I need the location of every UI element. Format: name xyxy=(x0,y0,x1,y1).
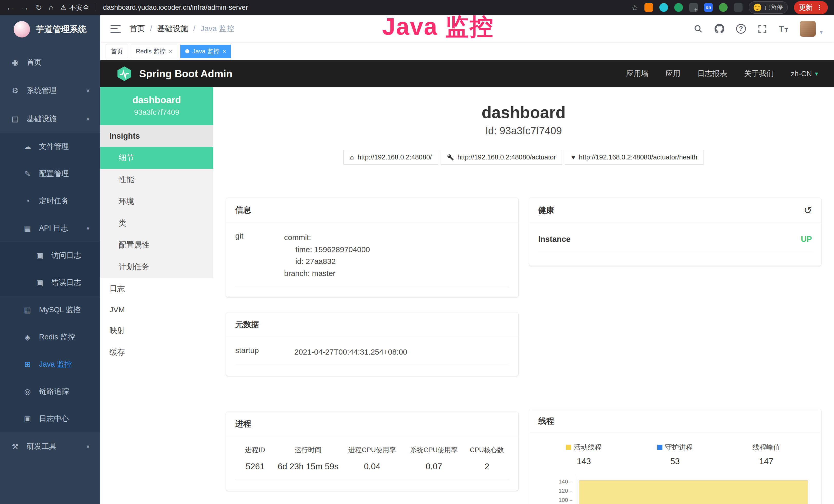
close-icon[interactable]: × xyxy=(222,48,226,55)
sidebar-item-error-log[interactable]: ▣ 错误日志 xyxy=(0,269,100,296)
sba-menu-scheduled-tasks[interactable]: 计划任务 xyxy=(100,256,213,278)
breadcrumb-infrastructure[interactable]: 基础设施 xyxy=(157,23,200,34)
sidebar-item-java-monitor[interactable]: ⊞ Java 监控 xyxy=(0,351,100,378)
reload-icon[interactable]: ↻ xyxy=(36,4,42,12)
actuator-url-link[interactable]: http://192.168.0.2:48080/actuator xyxy=(441,150,562,165)
document-icon: ▤ xyxy=(23,224,32,233)
instance-url-link[interactable]: ⌂ http://192.168.0.2:48080/ xyxy=(344,150,438,165)
instance-name: dashboard xyxy=(110,95,203,106)
git-commit-id: id: 27aa832 xyxy=(284,255,370,268)
sidebar-item-label: API 日志 xyxy=(39,223,68,233)
home-icon[interactable]: ⌂ xyxy=(49,4,54,12)
sidebar-item-config-mgmt[interactable]: ✎ 配置管理 xyxy=(0,160,100,187)
legend-color-swatch xyxy=(566,445,571,450)
hamburger-icon[interactable] xyxy=(110,25,121,33)
tag-redis-monitor[interactable]: Redis 监控 × xyxy=(131,45,177,58)
sidebar-item-log-center[interactable]: ▣ 日志中心 xyxy=(0,405,100,432)
column-header: 系统CPU使用率 xyxy=(403,445,465,455)
sidebar-item-file-mgmt[interactable]: ☁ 文件管理 xyxy=(0,133,100,160)
card-title: 线程 xyxy=(529,409,821,433)
instance-header[interactable]: dashboard 93a3fc7f7409 xyxy=(100,87,213,125)
back-icon[interactable]: ← xyxy=(6,4,14,12)
sba-menu-jvm[interactable]: JVM xyxy=(100,300,213,320)
sidebar-item-mysql-monitor[interactable]: ▦ MySQL 监控 xyxy=(0,296,100,323)
health-url-link[interactable]: ♥ http://192.168.0.2:48080/actuator/heal… xyxy=(565,150,704,165)
git-commit: commit: xyxy=(284,232,370,244)
y-axis-tick: 140 xyxy=(539,478,572,485)
home-icon: ⌂ xyxy=(350,153,354,161)
sidebar-item-trace[interactable]: ◎ 链路追踪 xyxy=(0,378,100,405)
layers-icon: ◈ xyxy=(23,333,32,342)
sidebar-item-home[interactable]: ◉ 首页 xyxy=(0,48,100,76)
peak-threads-value: 147 xyxy=(721,457,812,466)
sidebar-item-devtools[interactable]: ⚒ 研发工具 ∨ xyxy=(0,432,100,461)
tag-label: Java 监控 xyxy=(192,47,219,55)
sba-menu-classes[interactable]: 类 xyxy=(100,212,213,234)
security-indicator[interactable]: ⚠ 不安全 xyxy=(60,3,89,12)
sba-menu-logs[interactable]: 日志 xyxy=(100,278,213,300)
dashboard-icon: ◉ xyxy=(10,58,20,67)
text-size-icon[interactable]: TT xyxy=(779,24,788,33)
sba-menu-caches[interactable]: 缓存 xyxy=(100,342,213,363)
sba-navbar: Spring Boot Admin 应用墙 应用 日志报表 关于我们 zh-CN… xyxy=(100,60,834,87)
process-card: 进程 进程ID 运行时间 进程CPU使用率 系统CPU使用率 CPU核心数 xyxy=(226,412,518,491)
extension-on-badge[interactable]: on xyxy=(704,3,713,12)
sba-nav-about[interactable]: 关于我们 xyxy=(744,69,774,79)
sba-nav-wallboard[interactable]: 应用墙 xyxy=(626,69,649,79)
close-icon[interactable]: × xyxy=(169,48,172,55)
extension-icon[interactable] xyxy=(689,3,698,12)
sidebar-item-access-log[interactable]: ▣ 访问日志 xyxy=(0,242,100,269)
sba-logo-icon[interactable] xyxy=(116,66,133,82)
sidebar-item-infrastructure[interactable]: ▤ 基础设施 ∧ xyxy=(0,105,100,133)
sba-nav-journal[interactable]: 日志报表 xyxy=(697,69,727,79)
tag-home[interactable]: 首页 xyxy=(106,45,128,58)
health-instance-row[interactable]: Instance UP xyxy=(539,235,812,251)
sidebar-item-system-mgmt[interactable]: ⚙ 系统管理 ∨ xyxy=(0,76,100,105)
avatar[interactable] xyxy=(800,21,816,37)
search-icon[interactable] xyxy=(694,24,703,33)
browser-menu-icon[interactable]: ⋮ xyxy=(816,4,823,12)
admin-sidebar: 芋道管理系统 ◉ 首页 ⚙ 系统管理 ∨ ▤ 基础设施 ∧ ☁ 文件管理 ✎ xyxy=(0,15,100,504)
bookmark-star-icon[interactable]: ☆ xyxy=(631,3,638,12)
sba-menu-performance[interactable]: 性能 xyxy=(100,169,213,190)
startup-value: 2021-04-27T00:44:31.254+08:00 xyxy=(294,346,408,358)
sba-menu-mappings[interactable]: 映射 xyxy=(100,320,213,342)
sba-menu-environment[interactable]: 环境 xyxy=(100,190,213,212)
paused-badge[interactable]: 已暂停 xyxy=(749,1,788,14)
extension-icon[interactable] xyxy=(674,3,683,12)
sba-language-select[interactable]: zh-CN ▾ xyxy=(791,70,818,78)
sidebar-item-api-log[interactable]: ▤ API 日志 ∧ xyxy=(0,215,100,242)
metadata-card: 元数据 startup 2021-04-27T00:44:31.254+08:0… xyxy=(226,313,518,376)
sba-menu-config-props[interactable]: 配置属性 xyxy=(100,234,213,256)
url-text[interactable]: dashboard.yudao.iocoder.cn/infra/admin-s… xyxy=(103,4,248,12)
language-label: zh-CN xyxy=(791,70,812,78)
update-button[interactable]: 更新 ⋮ xyxy=(794,1,828,14)
forward-icon[interactable]: → xyxy=(21,4,29,12)
extension-icon[interactable] xyxy=(719,3,728,12)
sba-nav-applications[interactable]: 应用 xyxy=(665,69,680,79)
fullscreen-icon[interactable] xyxy=(758,24,767,33)
health-card: 健康 ↺ Instance UP xyxy=(529,198,821,266)
breadcrumb-current: Java 监控 xyxy=(201,23,235,34)
cloud-icon: ☁ xyxy=(23,142,32,151)
extension-icon[interactable] xyxy=(644,3,653,12)
breadcrumb-home[interactable]: 首页 xyxy=(129,23,157,34)
sidebar-menu: ◉ 首页 ⚙ 系统管理 ∨ ▤ 基础设施 ∧ ☁ 文件管理 ✎ 配置管理 xyxy=(0,44,100,461)
sidebar-item-redis-monitor[interactable]: ◈ Redis 监控 xyxy=(0,323,100,351)
sidebar-item-label: 访问日志 xyxy=(51,250,81,260)
history-icon[interactable]: ↺ xyxy=(804,205,812,216)
sba-menu-details[interactable]: 细节 xyxy=(100,147,213,169)
app-logo[interactable]: 芋道管理系统 xyxy=(0,15,100,44)
divider xyxy=(235,480,509,480)
page-title: dashboard xyxy=(226,103,821,122)
extension-icon[interactable] xyxy=(659,3,668,12)
help-icon[interactable]: ? xyxy=(736,24,746,33)
sba-main: dashboard Id: 93a3fc7f7409 ⌂ http://192.… xyxy=(213,87,834,504)
sba-brand[interactable]: Spring Boot Admin xyxy=(139,68,233,79)
sidebar-item-scheduled-jobs[interactable]: ◔ 定时任务 xyxy=(0,187,100,215)
process-cpu: 0.04 xyxy=(341,462,403,472)
tag-java-monitor[interactable]: Java 监控 × xyxy=(180,45,231,58)
extensions-puzzle-icon[interactable] xyxy=(734,3,743,12)
legend-item: 守护进程 xyxy=(630,443,721,452)
github-icon[interactable] xyxy=(715,24,724,33)
